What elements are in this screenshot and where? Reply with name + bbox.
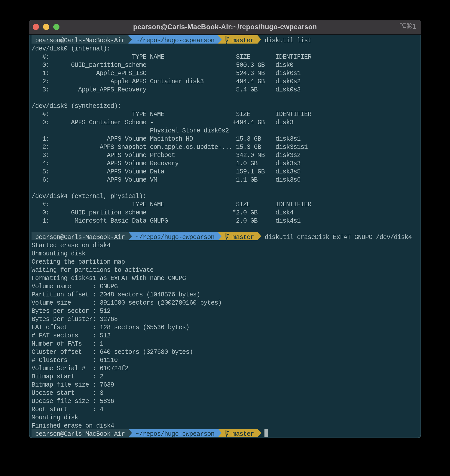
svg-text:1: 1 [412, 23, 416, 30]
